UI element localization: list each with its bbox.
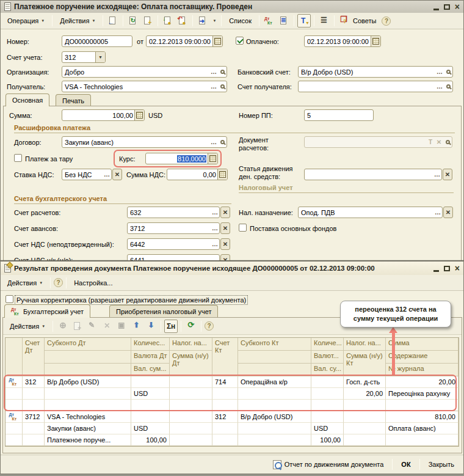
close-button[interactable]: Закрыть [424,459,459,470]
save-ok-button[interactable]: ▣ [115,320,128,333]
col-header[interactable]: Содержание [386,351,459,364]
tab-main[interactable]: Основная [5,93,49,106]
ellipsis-button[interactable]: … [209,67,218,77]
clear-x-button[interactable]: ✕ [112,169,122,180]
col-header[interactable]: Количе... [311,338,344,351]
ellipsis-button[interactable]: … [211,255,219,261]
col-header[interactable]: Валют... [311,351,344,364]
col-header[interactable]: Субконто Кт [238,338,311,351]
help-icon[interactable]: ? [382,16,391,26]
copy-row-button[interactable]: + [71,320,84,333]
vat-unconfirmed-account-input[interactable]: 6442… [127,238,220,250]
tax-destination-input[interactable]: Опод. ПДВ… [298,207,443,218]
clear-x-button[interactable]: ✕ [220,254,230,261]
reread-button[interactable]: ↻ [126,14,140,27]
clear-x-button[interactable]: ✕ [220,238,230,250]
magnifier-icon[interactable] [444,81,452,92]
col-header[interactable]: Сумма (н/у) Дт [170,351,212,376]
cashflow-input[interactable]: … [304,169,442,180]
clear-x-button[interactable]: ✕ [443,169,452,180]
col-header[interactable]: Налог. на... [344,338,386,351]
movements-report-button[interactable]: Отчет по движениям документа [269,458,388,471]
dtkt-button[interactable]: ДтКт [263,14,276,27]
payee-input[interactable]: VSA - Technologies… [62,81,227,92]
settings-button[interactable]: Настройка... [70,277,117,288]
copy-button[interactable]: + [141,14,154,27]
clear-x-button[interactable]: ✕ [220,207,230,218]
chevron-down-icon[interactable]: ▼ [95,52,105,62]
col-header[interactable]: Вал. сум... [131,364,170,376]
maximize-icon[interactable] [444,266,450,271]
ellipsis-button[interactable]: … [211,207,219,218]
date-input[interactable]: 02.12.2013 09:00:00 [146,35,223,47]
totals-toggle-button[interactable]: Σн [164,320,178,333]
magnifier-icon[interactable] [218,81,227,92]
calendar-icon[interactable] [212,36,222,46]
close-icon[interactable]: × [455,4,460,10]
org-input[interactable]: Добро… [62,66,227,78]
posting-row[interactable] [5,400,459,411]
settlement-doc-input[interactable]: Т✕ [304,136,452,148]
maximize-icon[interactable] [444,4,450,10]
col-header[interactable]: Налог. на... [170,338,212,351]
tab-accounting[interactable]: ДтКт Бухгалтерский учет [4,304,90,318]
rate-input[interactable]: 810,0000 [145,153,218,164]
col-header[interactable]: Сумма [386,338,459,351]
number-input[interactable]: ДО000000005 [62,35,132,47]
minimize-icon[interactable] [433,270,439,272]
edit-row-button[interactable]: ✎ [85,320,99,333]
magnifier-icon[interactable] [218,67,227,77]
tab-print[interactable]: Печать [56,94,91,106]
vat-nk-account-input[interactable]: 6441… [127,254,220,261]
fixed-assets-checkbox[interactable] [239,224,247,232]
calendar-icon[interactable] [371,36,380,46]
close-icon[interactable]: × [455,265,460,271]
col-header[interactable]: Субконто Дт [45,338,131,351]
grid-actions-menu[interactable]: Действия▼ [5,321,49,332]
col-header[interactable]: № журнала [386,364,459,376]
settle-account-input[interactable]: 632… [127,207,220,218]
col-header[interactable]: Валюта Дт [131,351,170,364]
posting-row[interactable]: ДтКт3712VSA - Technologies312В/р Добро (… [5,411,459,423]
add-row-button[interactable]: ⊕ [56,320,70,333]
clear-x-icon[interactable]: ✕ [435,137,443,147]
calculator-icon[interactable] [208,153,217,164]
magnifier-icon[interactable] [444,67,452,77]
ellipsis-button[interactable]: … [433,207,442,218]
ellipsis-button[interactable]: … [209,81,218,92]
tab-tax-acquisitions[interactable]: Приобретения налоговый учет [109,305,218,318]
ellipsis-button[interactable]: … [435,67,444,77]
ellipsis-button[interactable]: … [211,223,219,233]
move-up-button[interactable]: ⬆ [129,320,143,333]
help-icon[interactable]: ? [205,321,214,331]
window2-titlebar[interactable]: Результат проведения документа Платежное… [1,262,463,275]
window1-titlebar[interactable]: Платежное поручение исходящее: Оплата по… [1,1,463,13]
col-header[interactable]: Вал. су... [311,364,344,376]
clear-x-button[interactable]: ✕ [220,222,230,234]
posting-row[interactable]: USD20,00Переоцінка рахунку [5,388,459,400]
col-header[interactable]: Количес... [131,338,170,351]
magnifier-icon[interactable] [218,137,227,147]
move-down-button[interactable]: ⬇ [144,320,158,333]
transfer-dropdown[interactable]: ▼ [211,17,218,24]
structure-button[interactable]: ☰ [317,14,331,27]
delete-row-button[interactable]: ✕ [100,320,114,333]
ellipsis-button[interactable]: … [103,169,111,180]
list-button[interactable]: Список [225,15,256,26]
tips-label[interactable]: Советы [352,15,380,26]
actions-menu[interactable]: Действия▼ [56,15,100,26]
manual-adjust-checkbox[interactable] [5,295,13,303]
posting-row[interactable]: ДтКт312В/р Добро (USD)714Операційна к/рГ… [5,376,459,388]
bank-account-input[interactable]: В/р Добро (USD)… [298,66,453,78]
refresh-button[interactable]: ⟳ [184,320,198,333]
journal-button[interactable]: ≣ [277,14,291,27]
col-header[interactable]: Счет Кт [212,338,238,376]
vat-rate-input[interactable]: Без НДС… [62,169,112,180]
calculator-icon[interactable] [217,169,227,180]
ellipsis-button[interactable]: … [209,137,218,147]
contract-input[interactable]: Закупки (аванс)… [62,136,227,148]
ellipsis-button[interactable]: … [433,169,441,180]
post-document-button[interactable]: ●↓ [161,14,175,27]
advance-account-input[interactable]: 3712… [127,222,220,234]
clear-x-button[interactable]: ✕ [443,207,453,218]
